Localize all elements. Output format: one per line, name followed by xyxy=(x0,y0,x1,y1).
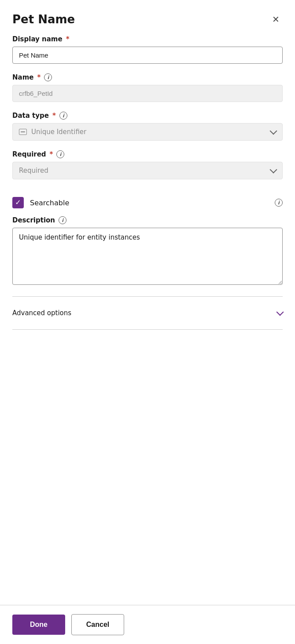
data-type-required: * xyxy=(52,112,56,120)
data-type-select[interactable]: Unique Identifier xyxy=(12,123,283,141)
close-button[interactable]: ✕ xyxy=(269,12,283,26)
data-type-info-icon: i xyxy=(59,112,67,120)
name-input xyxy=(12,85,283,102)
advanced-options-row[interactable]: Advanced options xyxy=(12,300,283,326)
panel-header: Pet Name ✕ xyxy=(0,0,295,35)
description-group: Description i Unique identifier for enti… xyxy=(12,216,283,287)
divider-bottom xyxy=(12,329,283,330)
searchable-label: Searchable xyxy=(30,199,69,207)
panel-body: Display name * Name * i Data type * i xyxy=(0,35,295,469)
close-icon: ✕ xyxy=(272,14,280,25)
cancel-button[interactable]: Cancel xyxy=(71,614,124,635)
display-name-input[interactable] xyxy=(12,47,283,64)
panel-footer: Done Cancel xyxy=(0,605,295,644)
required-label: Required * i xyxy=(12,150,283,158)
required-info-icon: i xyxy=(56,150,64,158)
spacer xyxy=(0,469,295,605)
divider-top xyxy=(12,296,283,297)
data-type-value: Unique Identifier xyxy=(31,128,86,136)
required-star: * xyxy=(50,150,53,158)
description-textarea[interactable]: Unique identifier for entity instances xyxy=(12,228,283,285)
required-group: Required * i Required xyxy=(12,150,283,179)
advanced-chevron-icon xyxy=(277,309,284,316)
searchable-row: ✓ Searchable i xyxy=(12,189,283,216)
searchable-checkbox[interactable]: ✓ xyxy=(12,197,24,208)
checkbox-check-icon: ✓ xyxy=(15,199,21,206)
description-label: Description i xyxy=(12,216,283,224)
advanced-options-label: Advanced options xyxy=(12,309,71,317)
name-required: * xyxy=(37,73,41,81)
data-type-group: Data type * i Unique Identifier xyxy=(12,112,283,141)
name-info-icon: i xyxy=(44,73,52,81)
required-select[interactable]: Required xyxy=(12,162,283,179)
display-name-label: Display name * xyxy=(12,35,283,43)
searchable-info-icon: i xyxy=(275,199,283,207)
name-group: Name * i xyxy=(12,73,283,102)
data-type-chevron-icon xyxy=(270,127,277,135)
display-name-group: Display name * xyxy=(12,35,283,64)
panel: Pet Name ✕ Display name * Name * i Da xyxy=(0,0,295,644)
required-chevron-icon xyxy=(270,166,277,174)
unique-identifier-icon xyxy=(19,129,27,135)
name-label: Name * i xyxy=(12,73,283,81)
data-type-label: Data type * i xyxy=(12,112,283,120)
panel-title: Pet Name xyxy=(12,13,75,26)
done-button[interactable]: Done xyxy=(12,615,65,635)
required-value: Required xyxy=(19,167,48,175)
description-info-icon: i xyxy=(59,216,66,224)
display-name-required: * xyxy=(66,35,70,43)
